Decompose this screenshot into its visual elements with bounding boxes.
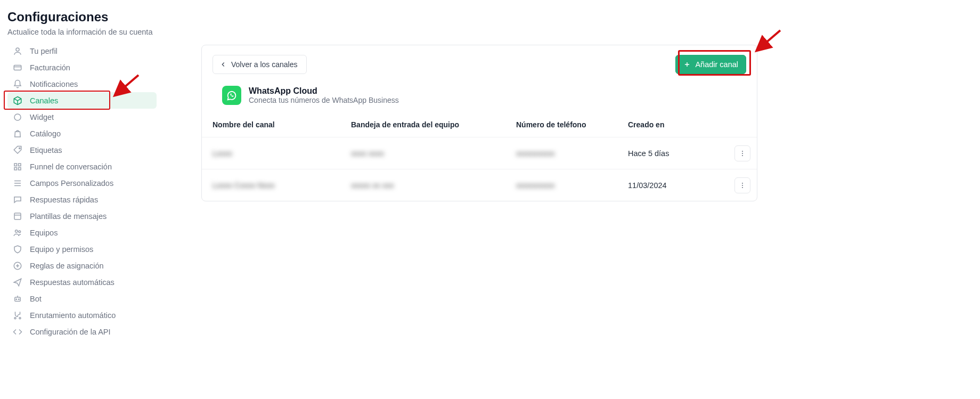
- sidebar-item-label: Tu perfil: [30, 47, 58, 55]
- svg-point-13: [16, 299, 17, 300]
- col-header-inbox: Bandeja de entrada del equipo: [351, 120, 516, 129]
- sidebar-item-label: Respuestas rápidas: [30, 196, 98, 204]
- sidebar-item-templates[interactable]: Plantillas de mensajes: [7, 208, 157, 224]
- svg-rect-7: [19, 167, 21, 170]
- sidebar-item-label: Widget: [30, 113, 54, 121]
- sidebar-item-label: Catálogo: [30, 129, 61, 138]
- bag-icon: [13, 129, 22, 139]
- bell-icon: [13, 79, 22, 89]
- user-icon: [13, 46, 22, 56]
- channel-title: WhatsApp Cloud: [249, 86, 399, 96]
- page-header: Configuraciones Actualice toda la inform…: [7, 10, 980, 36]
- cell-created: Hace 5 días: [628, 149, 734, 158]
- bot-icon: [13, 294, 22, 304]
- sidebar-item-label: Funnel de conversación: [30, 162, 112, 171]
- settings-sidebar: Tu perfil Facturación Notificaciones Can…: [7, 43, 157, 340]
- whatsapp-icon: [222, 86, 241, 105]
- sidebar-item-funnel[interactable]: Funnel de conversación: [7, 158, 157, 175]
- grid-icon: [13, 162, 22, 172]
- cell-inbox: xxxx xxxx: [351, 149, 516, 158]
- branch-icon: [13, 311, 22, 320]
- sidebar-item-channels[interactable]: Canales: [7, 92, 157, 109]
- svg-rect-1: [14, 65, 21, 70]
- cube-icon: [13, 96, 22, 105]
- back-to-channels-button[interactable]: Volver a los canales: [213, 55, 307, 74]
- sidebar-item-tags[interactable]: Etiquetas: [7, 142, 157, 158]
- svg-point-15: [14, 317, 16, 319]
- cell-inbox: xxxxx xx xxx: [351, 181, 516, 190]
- plus-icon: [683, 61, 691, 68]
- card-toolbar: Volver a los canales Añadir canal: [202, 45, 757, 74]
- row-actions-button[interactable]: [734, 145, 750, 161]
- svg-point-2: [14, 114, 21, 120]
- back-button-label: Volver a los canales: [231, 60, 298, 69]
- col-header-phone: Número de teléfono: [516, 120, 628, 129]
- cell-name: Lxxxx Cxxxx Nxxx: [213, 181, 351, 190]
- table-row: Lxxxx xxxx xxxx xxxxxxxxxx Hace 5 días: [202, 137, 757, 169]
- sidebar-item-label: Campos Personalizados: [30, 179, 113, 188]
- page-subtitle: Actualice toda la información de su cuen…: [7, 28, 980, 36]
- sidebar-item-bot[interactable]: Bot: [7, 290, 157, 307]
- svg-point-17: [742, 151, 743, 152]
- sidebar-item-label: Bot: [30, 295, 42, 303]
- sidebar-item-quick-replies[interactable]: Respuestas rápidas: [7, 191, 157, 208]
- sidebar-item-profile[interactable]: Tu perfil: [7, 43, 157, 59]
- add-button-label: Añadir canal: [695, 60, 738, 69]
- sidebar-item-label: Plantillas de mensajes: [30, 212, 107, 221]
- sidebar-item-label: Etiquetas: [30, 146, 62, 154]
- sidebar-item-label: Respuestas automáticas: [30, 278, 115, 287]
- svg-point-16: [19, 317, 21, 319]
- svg-point-14: [19, 299, 20, 300]
- sidebar-item-assignment-rules[interactable]: Reglas de asignación: [7, 257, 157, 274]
- cell-phone: xxxxxxxxxx: [516, 149, 628, 158]
- sidebar-item-billing[interactable]: Facturación: [7, 59, 157, 76]
- sidebar-item-custom-fields[interactable]: Campos Personalizados: [7, 175, 157, 191]
- sidebar-item-label: Configuración de la API: [30, 328, 111, 336]
- sidebar-item-teams[interactable]: Equipos: [7, 224, 157, 241]
- send-icon: [13, 278, 22, 287]
- col-header-created: Creado en: [628, 120, 734, 129]
- svg-rect-8: [14, 213, 21, 219]
- sidebar-item-auto-replies[interactable]: Respuestas automáticas: [7, 274, 157, 290]
- plus-circle-icon: [13, 261, 22, 271]
- row-actions-button[interactable]: [734, 177, 750, 193]
- list-icon: [13, 178, 22, 188]
- svg-point-18: [742, 153, 743, 154]
- svg-point-19: [742, 155, 743, 156]
- channels-card: Volver a los canales Añadir canal WhatsA…: [201, 45, 757, 201]
- sidebar-item-label: Equipo y permisos: [30, 245, 93, 254]
- code-icon: [13, 327, 22, 337]
- svg-point-3: [19, 148, 20, 149]
- page-title: Configuraciones: [7, 10, 980, 25]
- sidebar-item-label: Canales: [30, 96, 58, 105]
- table-row: Lxxxx Cxxxx Nxxx xxxxx xx xxx xxxxxxxxxx…: [202, 169, 757, 201]
- sidebar-item-label: Notificaciones: [30, 80, 78, 88]
- svg-point-20: [742, 183, 743, 184]
- sidebar-item-permissions[interactable]: Equipo y permisos: [7, 241, 157, 257]
- sidebar-item-catalog[interactable]: Catálogo: [7, 125, 157, 142]
- sidebar-item-label: Enrutamiento automático: [30, 311, 116, 320]
- channels-table: Nombre del canal Bandeja de entrada del …: [202, 112, 757, 201]
- arrow-left-icon: [219, 61, 227, 68]
- sidebar-item-widget[interactable]: Widget: [7, 109, 157, 125]
- shield-icon: [13, 245, 22, 254]
- sidebar-item-api[interactable]: Configuración de la API: [7, 323, 157, 340]
- svg-rect-4: [14, 164, 17, 166]
- svg-point-0: [16, 48, 19, 51]
- cell-created: 11/03/2024: [628, 181, 734, 190]
- col-header-name: Nombre del canal: [213, 120, 351, 129]
- sidebar-item-notifications[interactable]: Notificaciones: [7, 76, 157, 92]
- add-channel-button[interactable]: Añadir canal: [675, 55, 746, 74]
- svg-point-10: [19, 230, 21, 232]
- svg-rect-6: [14, 167, 17, 170]
- sidebar-item-label: Reglas de asignación: [30, 262, 104, 270]
- svg-point-9: [15, 230, 18, 232]
- svg-point-21: [742, 185, 743, 186]
- users-icon: [13, 228, 22, 238]
- sidebar-item-auto-routing[interactable]: Enrutamiento automático: [7, 307, 157, 323]
- circle-icon: [13, 112, 22, 122]
- table-header: Nombre del canal Bandeja de entrada del …: [202, 112, 757, 137]
- svg-rect-5: [19, 164, 21, 166]
- channel-subtitle: Conecta tus números de WhatsApp Business: [249, 96, 399, 104]
- cell-name: Lxxxx: [213, 149, 351, 158]
